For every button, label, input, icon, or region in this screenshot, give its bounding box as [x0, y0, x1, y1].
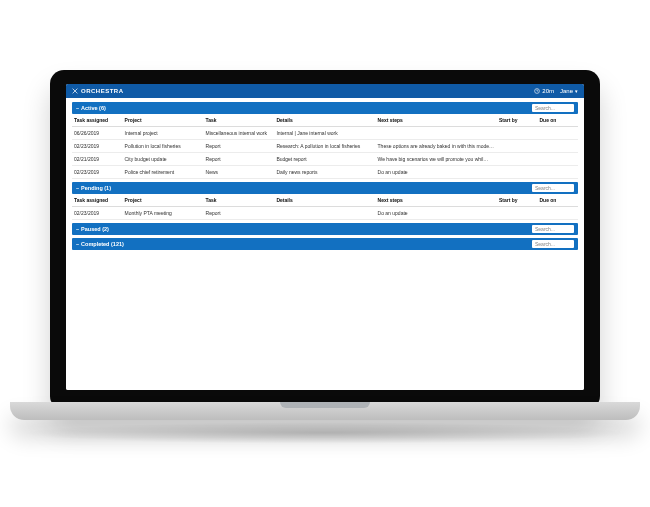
chevron-down-icon: ▾	[575, 88, 578, 94]
search-input[interactable]: Search...	[532, 104, 574, 112]
section-header-completed[interactable]: –Completed (121) Search...	[72, 238, 578, 250]
section-header-pending[interactable]: –Pending (1) Search...	[72, 182, 578, 194]
top-bar: ORCHESTRA 20m Jane ▾	[66, 84, 584, 98]
col-task[interactable]: Task	[204, 114, 275, 127]
section-title: Paused (2)	[81, 226, 109, 232]
col-details[interactable]: Details	[274, 114, 375, 127]
col-project[interactable]: Project	[123, 194, 204, 207]
table-pending: Task assigned Project Task Details Next …	[72, 194, 578, 220]
brand: ORCHESTRA	[72, 88, 124, 94]
table-row[interactable]: 02/23/2019 Pollution in local fisheries …	[72, 140, 578, 153]
laptop-frame: ORCHESTRA 20m Jane ▾	[50, 70, 600, 410]
content: –Active (6) Search... Task assigned Proj…	[66, 98, 584, 390]
col-start-by[interactable]: Start by	[497, 114, 537, 127]
section-title: Pending (1)	[81, 185, 111, 191]
section-title: Active (6)	[81, 105, 106, 111]
search-input[interactable]: Search...	[532, 240, 574, 248]
col-next-steps[interactable]: Next steps	[376, 114, 497, 127]
laptop-base	[10, 402, 640, 420]
section-title: Completed (121)	[81, 241, 124, 247]
col-next-steps[interactable]: Next steps	[376, 194, 497, 207]
col-task[interactable]: Task	[204, 194, 275, 207]
col-project[interactable]: Project	[123, 114, 204, 127]
col-start-by[interactable]: Start by	[497, 194, 537, 207]
search-input[interactable]: Search...	[532, 184, 574, 192]
brand-name: ORCHESTRA	[81, 88, 124, 94]
brand-icon	[72, 88, 78, 94]
col-task-assigned[interactable]: Task assigned	[72, 114, 123, 127]
col-task-assigned[interactable]: Task assigned	[72, 194, 123, 207]
search-input[interactable]: Search...	[532, 225, 574, 233]
user-menu[interactable]: Jane ▾	[560, 88, 578, 94]
col-due-on[interactable]: Due on	[537, 194, 578, 207]
app-screen: ORCHESTRA 20m Jane ▾	[66, 84, 584, 390]
col-due-on[interactable]: Due on	[537, 114, 578, 127]
section-header-active[interactable]: –Active (6) Search...	[72, 102, 578, 114]
section-header-paused[interactable]: –Paused (2) Search...	[72, 223, 578, 235]
table-row[interactable]: 02/21/2019 City budget update Report Bud…	[72, 153, 578, 166]
laptop-shadow	[20, 422, 630, 444]
table-row[interactable]: 06/26/2019 Internal project Miscellaneou…	[72, 127, 578, 140]
table-row[interactable]: 02/23/2019 Police chief retirement News …	[72, 166, 578, 179]
timer-value: 20m	[542, 88, 554, 94]
clock-icon	[534, 88, 540, 94]
table-active: Task assigned Project Task Details Next …	[72, 114, 578, 179]
col-details[interactable]: Details	[274, 194, 375, 207]
table-row[interactable]: 02/23/2019 Monthly PTA meeting Report Do…	[72, 207, 578, 220]
user-name: Jane	[560, 88, 573, 94]
timer[interactable]: 20m	[534, 88, 554, 94]
